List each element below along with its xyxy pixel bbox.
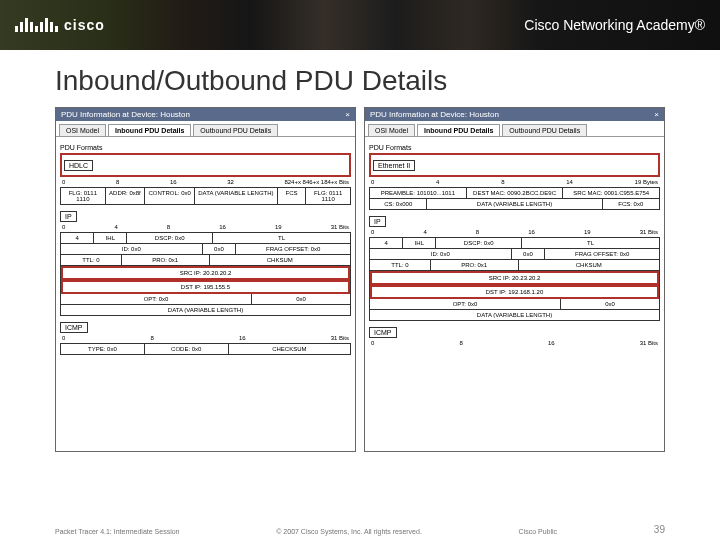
table-row: DATA (VARIABLE LENGTH): [61, 305, 350, 315]
icmp-scale: 081631 Bits: [369, 340, 660, 346]
table-row: TTL: 0 PRO: 0x1 CHKSUM: [370, 260, 659, 271]
eth-fields: PREAMBLE: 101010...1011 DEST MAC: 0090.2…: [369, 187, 660, 210]
table-row: CS: 0x000 DATA (VARIABLE LENGTH) FCS: 0x…: [370, 199, 659, 209]
window-title-text: PDU Information at Device: Houston: [370, 110, 499, 119]
hdlc-fields: FLG: 0111 1110 ADDR: 0x8f CONTROL: 0x0 D…: [60, 187, 351, 205]
icmp-label: ICMP: [60, 322, 88, 333]
close-icon[interactable]: ×: [345, 110, 350, 119]
footer-copyright: © 2007 Cisco Systems, Inc. All rights re…: [276, 528, 422, 535]
tab-osi-model[interactable]: OSI Model: [368, 124, 415, 136]
slide-header: cisco Cisco Networking Academy®: [0, 0, 720, 50]
academy-label: Cisco Networking Academy®: [524, 17, 705, 33]
src-ip-row: SRC IP: 20.20.20.2: [61, 266, 350, 280]
table-row: TTL: 0 PRO: 0x1 CHKSUM: [61, 255, 350, 266]
page-number: 39: [654, 524, 665, 535]
table-row: 4 IHL DSCP: 0x0 TL: [61, 233, 350, 244]
ip-scale: 048161931 Bits: [60, 224, 351, 230]
table-row: DATA (VARIABLE LENGTH): [370, 310, 659, 320]
pdu-formats-label: PDU Formats: [60, 144, 351, 151]
icmp-label: ICMP: [369, 327, 397, 338]
tab-bar: OSI Model Inbound PDU Details Outbound P…: [56, 121, 355, 137]
hdlc-header-box: HDLC: [60, 153, 351, 177]
right-pdu-window: PDU Information at Device: Houston × OSI…: [364, 107, 665, 452]
table-row: 4 IHL DSCP: 0x0 TL: [370, 238, 659, 249]
ethernet-header-box: Ethernet II: [369, 153, 660, 177]
logo-text: cisco: [64, 17, 105, 33]
pdu-body: PDU Formats HDLC 081632824+x 846+x 184+x…: [56, 137, 355, 359]
table-row: OPT: 0x0 0x0: [370, 299, 659, 310]
table-row: ID: 0x0 0x0 FRAG OFFSET: 0x0: [370, 249, 659, 260]
footer-right: Cisco Public: [519, 528, 558, 535]
slide-footer: Packet Tracer 4.1: Intermediate Session …: [0, 519, 720, 540]
ip-fields: 4 IHL DSCP: 0x0 TL ID: 0x0 0x0 FRAG OFFS…: [60, 232, 351, 316]
window-title-text: PDU Information at Device: Houston: [61, 110, 190, 119]
dst-ip-row: DST IP: 195.155.5: [61, 280, 350, 294]
ip-scale: 048161931 Bits: [369, 229, 660, 235]
pdu-body: PDU Formats Ethernet II 0481419 Bytes PR…: [365, 137, 664, 352]
ip-label: IP: [60, 211, 77, 222]
ethernet-label: Ethernet II: [373, 160, 415, 171]
table-row: FLG: 0111 1110 ADDR: 0x8f CONTROL: 0x0 D…: [61, 188, 350, 204]
tab-outbound-pdu[interactable]: Outbound PDU Details: [502, 124, 587, 136]
left-pdu-window: PDU Information at Device: Houston × OSI…: [55, 107, 356, 452]
eth-scale: 0481419 Bytes: [369, 179, 660, 185]
table-row: ID: 0x0 0x0 FRAG OFFSET: 0x0: [61, 244, 350, 255]
table-row: PREAMBLE: 101010...1011 DEST MAC: 0090.2…: [370, 188, 659, 199]
tab-inbound-pdu[interactable]: Inbound PDU Details: [417, 124, 500, 136]
icmp-fields: TYPE: 0x0 CODE: 0x0 CHECKSUM: [60, 343, 351, 355]
tab-osi-model[interactable]: OSI Model: [59, 124, 106, 136]
table-row: OPT: 0x0 0x0: [61, 294, 350, 305]
ip-fields: 4 IHL DSCP: 0x0 TL ID: 0x0 0x0 FRAG OFFS…: [369, 237, 660, 321]
icmp-scale: 081631 Bits: [60, 335, 351, 341]
table-row: TYPE: 0x0 CODE: 0x0 CHECKSUM: [61, 344, 350, 354]
hdlc-scale: 081632824+x 846+x 184+x Bits: [60, 179, 351, 185]
src-ip-row: SRC IP: 20.23.20.2: [370, 271, 659, 285]
content-area: PDU Information at Device: Houston × OSI…: [0, 107, 720, 452]
window-titlebar: PDU Information at Device: Houston ×: [365, 108, 664, 121]
footer-left: Packet Tracer 4.1: Intermediate Session: [55, 528, 180, 535]
ip-label: IP: [369, 216, 386, 227]
window-titlebar: PDU Information at Device: Houston ×: [56, 108, 355, 121]
tab-bar: OSI Model Inbound PDU Details Outbound P…: [365, 121, 664, 137]
dst-ip-row: DST IP: 192.168.1.20: [370, 285, 659, 299]
tab-outbound-pdu[interactable]: Outbound PDU Details: [193, 124, 278, 136]
tab-inbound-pdu[interactable]: Inbound PDU Details: [108, 124, 191, 136]
pdu-formats-label: PDU Formats: [369, 144, 660, 151]
cisco-logo-icon: [15, 18, 58, 32]
hdlc-label: HDLC: [64, 160, 93, 171]
slide-title: Inbound/Outbound PDU Details: [55, 65, 720, 97]
close-icon[interactable]: ×: [654, 110, 659, 119]
cisco-logo: cisco: [15, 17, 105, 33]
